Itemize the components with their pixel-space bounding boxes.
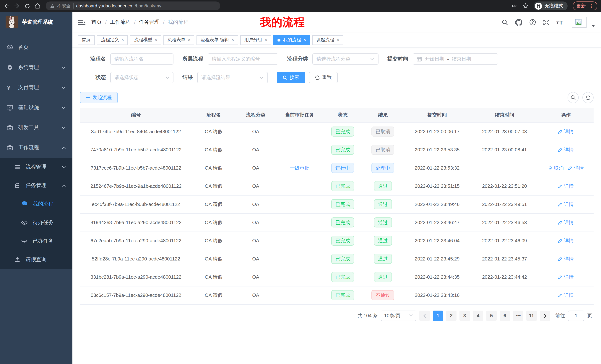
avatar[interactable] <box>572 17 587 28</box>
toggle-search-button[interactable] <box>568 92 579 103</box>
sidebar-item-label: 首页 <box>18 44 29 51</box>
browser-back-icon[interactable] <box>4 3 10 9</box>
result-badge: 通过 <box>374 199 392 209</box>
sidebar-item-流程管理[interactable]: 流程管理 <box>0 158 72 176</box>
status-select[interactable]: 请选择状态 <box>110 72 173 83</box>
category-select[interactable]: 请选择流程分类 <box>312 53 379 65</box>
search-icon[interactable] <box>502 19 508 25</box>
page-button-1[interactable]: 1 <box>433 310 443 321</box>
page-button-3[interactable]: 3 <box>460 310 470 321</box>
edit-icon <box>558 202 562 207</box>
row-cancel-link[interactable]: 取消 <box>548 164 564 171</box>
cell-status: 已完成 <box>323 177 362 195</box>
cell-result: 处理中 <box>362 159 404 177</box>
browser-update-button[interactable]: 更新 ⋮ <box>573 1 597 10</box>
goto-suffix: 页 <box>587 312 592 319</box>
breadcrumb-item[interactable]: 首页 <box>91 19 102 26</box>
font-size-icon[interactable]: TT <box>556 19 565 25</box>
plus-icon <box>86 95 90 100</box>
tab-首页[interactable]: 首页 <box>78 35 95 45</box>
tab-流程模型[interactable]: 流程模型× <box>130 35 161 45</box>
row-detail-link[interactable]: 详情 <box>558 237 574 244</box>
status-badge: 已完成 <box>331 145 354 155</box>
search-button[interactable]: 搜索 <box>277 72 305 83</box>
sidebar-item-我的流程[interactable]: 我的流程 <box>0 195 72 213</box>
password-key-icon[interactable] <box>511 3 517 9</box>
tab-流程表单-编辑[interactable]: 流程表单-编辑× <box>197 35 238 45</box>
close-icon[interactable]: × <box>121 38 124 42</box>
fullscreen-icon[interactable] <box>543 19 549 25</box>
sidebar-item-待办任务[interactable]: 待办任务 <box>0 213 72 232</box>
sidebar-item-label: 支付管理 <box>18 84 39 91</box>
sidebar-item-任务管理[interactable]: 任务管理 <box>0 176 72 195</box>
create-process-button[interactable]: 发起流程 <box>80 92 118 103</box>
page-size-select[interactable]: 10条/页 <box>381 310 416 321</box>
tab-流程表单[interactable]: 流程表单× <box>163 35 194 45</box>
prev-page-button[interactable] <box>419 310 430 321</box>
page-button-2[interactable]: 2 <box>446 310 457 321</box>
row-detail-link[interactable]: 详情 <box>558 219 574 226</box>
reset-button[interactable]: 重置 <box>309 72 338 83</box>
sidebar-item-请假查询[interactable]: 请假查询 <box>0 250 72 269</box>
breadcrumb-separator: / <box>105 19 107 25</box>
github-icon[interactable] <box>515 19 522 26</box>
tab-发起流程[interactable]: 发起流程× <box>312 35 343 45</box>
sidebar-item-工作流程[interactable]: 工作流程 <box>0 138 72 158</box>
page-ellipsis[interactable]: ••• <box>513 310 523 321</box>
address-bar[interactable]: 不安全 dashboard.yudao.iocoder.cn/bpm/task/… <box>46 1 220 10</box>
goto-page-input[interactable]: 1 <box>568 310 584 321</box>
row-detail-link[interactable]: 详情 <box>558 183 574 189</box>
close-icon[interactable]: × <box>232 38 234 42</box>
current-task-link[interactable]: 一级审批 <box>290 164 310 171</box>
tab-用户分组[interactable]: 用户分组× <box>240 35 271 45</box>
close-icon[interactable]: × <box>155 38 157 42</box>
sidebar-item-已办任务[interactable]: 已办任务 <box>0 232 72 250</box>
sidebar-item-支付管理[interactable]: ¥支付管理 <box>0 77 72 98</box>
refresh-table-button[interactable] <box>582 92 594 103</box>
close-icon[interactable]: × <box>265 38 267 42</box>
breadcrumb-item[interactable]: 工作流程 <box>110 19 131 26</box>
row-detail-link[interactable]: 详情 <box>558 128 574 135</box>
name-input[interactable]: 请输入流程名 <box>110 53 173 65</box>
close-icon[interactable]: × <box>188 38 190 42</box>
definition-input[interactable]: 请输入流程定义的编号 <box>208 53 278 65</box>
sidebar-item-首页[interactable]: 首页 <box>0 38 72 57</box>
sidebar-item-系统管理[interactable]: 系统管理 <box>0 57 72 77</box>
result-select[interactable]: 请选择流结果 <box>197 72 268 83</box>
browser-menu-icon[interactable]: ⋮ <box>589 3 594 8</box>
page-button-6[interactable]: 6 <box>500 310 510 321</box>
sidebar-collapse-icon[interactable] <box>78 19 85 25</box>
tab-流程定义[interactable]: 流程定义× <box>97 35 128 45</box>
row-detail-link[interactable]: 详情 <box>558 201 574 208</box>
page-button-5[interactable]: 5 <box>486 310 497 321</box>
app-logo[interactable]: 芋道管理系统 <box>0 12 72 32</box>
date-range-picker[interactable]: 开始日期 - 结束日期 <box>413 53 498 65</box>
tab-label: 用户分组 <box>244 37 262 43</box>
close-icon[interactable]: × <box>337 38 339 42</box>
row-detail-link[interactable]: 详情 <box>558 292 574 298</box>
chevron-up-icon <box>62 184 66 187</box>
browser-reload-icon[interactable] <box>25 3 30 9</box>
monitor-icon <box>7 105 13 111</box>
sidebar-item-研发工具[interactable]: 研发工具 <box>0 118 72 138</box>
row-detail-link[interactable]: 详情 <box>558 274 574 280</box>
eye-icon <box>21 220 28 225</box>
next-page-button[interactable] <box>540 310 550 321</box>
page-button-4[interactable]: 4 <box>473 310 483 321</box>
page-button-11[interactable]: 11 <box>526 310 537 321</box>
total-count: 共 104 条 <box>357 312 378 319</box>
browser-forward-icon[interactable] <box>14 3 20 9</box>
breadcrumb-item[interactable]: 任务管理 <box>139 19 160 26</box>
row-detail-link[interactable]: 详情 <box>558 146 574 153</box>
cell-actions: 详情 <box>538 286 594 304</box>
browser-home-icon[interactable] <box>35 3 40 9</box>
tab-我的流程[interactable]: 我的流程× <box>273 35 310 45</box>
bookmark-star-icon[interactable] <box>523 3 529 9</box>
help-icon[interactable] <box>529 19 536 26</box>
row-detail-link[interactable]: 详情 <box>558 256 574 262</box>
sidebar-item-基础设施[interactable]: 基础设施 <box>0 98 72 118</box>
row-detail-link[interactable]: 详情 <box>568 164 584 171</box>
not-secure-icon[interactable] <box>50 4 55 8</box>
close-icon[interactable]: × <box>303 38 306 42</box>
avatar-caret-icon[interactable] <box>591 25 595 28</box>
